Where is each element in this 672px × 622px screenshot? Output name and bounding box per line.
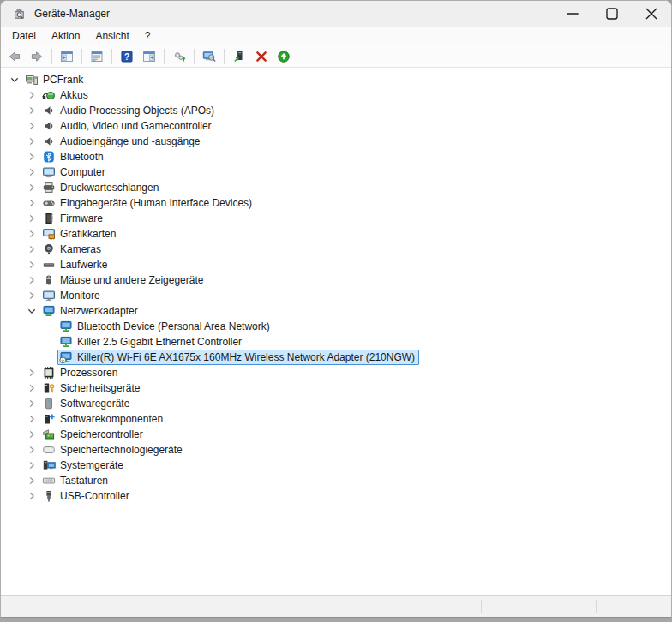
tree-item[interactable]: Firmware bbox=[1, 211, 671, 226]
enable-device-button[interactable] bbox=[273, 46, 295, 67]
cpu-icon bbox=[42, 366, 56, 380]
chevron-right-icon[interactable] bbox=[25, 227, 39, 241]
tree-item[interactable]: USB-Controller bbox=[1, 488, 671, 504]
tree-item[interactable]: Speichercontroller bbox=[1, 427, 671, 442]
tree-item[interactable]: Eingabegeräte (Human Interface Devices) bbox=[1, 195, 671, 211]
action-pane-icon bbox=[142, 50, 156, 63]
tree-item-label: Kameras bbox=[60, 242, 101, 256]
tree-item[interactable]: Softwaregeräte bbox=[1, 396, 671, 411]
chevron-right-icon[interactable] bbox=[25, 474, 39, 487]
close-button[interactable] bbox=[632, 1, 671, 27]
chevron-right-icon[interactable] bbox=[25, 366, 39, 380]
chevron-right-icon[interactable] bbox=[25, 258, 39, 272]
minimize-button[interactable] bbox=[553, 1, 592, 27]
bluetooth-icon bbox=[42, 150, 56, 164]
forward-button[interactable] bbox=[26, 46, 48, 67]
tree-item[interactable]: Audio, Video und Gamecontroller bbox=[1, 118, 671, 134]
help-button[interactable]: ? bbox=[116, 46, 138, 67]
tree-item[interactable]: Killer 2.5 Gigabit Ethernet Controller bbox=[1, 334, 671, 350]
action-pane-button[interactable] bbox=[138, 46, 160, 67]
tree-item-label: Tastaturen bbox=[60, 474, 108, 487]
chevron-right-icon[interactable] bbox=[25, 119, 39, 133]
tree-item[interactable]: Monitore bbox=[1, 288, 671, 303]
tree-item-label: Audio, Video und Gamecontroller bbox=[60, 119, 212, 133]
security-device-icon bbox=[42, 381, 56, 395]
system-device-icon bbox=[42, 458, 56, 472]
chevron-right-icon[interactable] bbox=[25, 181, 39, 194]
tree-item[interactable]: Netzwerkadapter bbox=[1, 303, 671, 319]
network-adapter-icon bbox=[42, 304, 56, 318]
tree-item-label: Sicherheitsgeräte bbox=[60, 381, 140, 395]
show-console-tree-button[interactable] bbox=[56, 46, 78, 67]
scan-hardware-button[interactable] bbox=[168, 46, 190, 67]
chevron-right-icon[interactable] bbox=[25, 212, 39, 225]
tree-item[interactable]: Audio Processing Objects (APOs) bbox=[1, 103, 671, 118]
properties-button[interactable] bbox=[86, 46, 108, 67]
chevron-right-icon[interactable] bbox=[25, 443, 39, 457]
keyboard-icon bbox=[42, 474, 56, 487]
tree-item-label: Systemgeräte bbox=[60, 458, 123, 472]
tree-item[interactable]: Systemgeräte bbox=[1, 458, 671, 473]
tree-item[interactable]: Audioeingänge und -ausgänge bbox=[1, 134, 671, 149]
tree-item-label: Mäuse und andere Zeigegeräte bbox=[60, 273, 203, 287]
network-adapter-icon bbox=[59, 320, 73, 333]
chevron-right-icon[interactable] bbox=[25, 165, 39, 179]
tree-item[interactable]: Kameras bbox=[1, 242, 671, 257]
tree-item[interactable]: Softwarekomponenten bbox=[1, 411, 671, 427]
chevron-right-icon[interactable] bbox=[25, 458, 39, 472]
minimize-icon bbox=[566, 7, 579, 21]
device-update-icon bbox=[232, 50, 246, 63]
chevron-right-icon[interactable] bbox=[25, 397, 39, 410]
chevron-right-icon[interactable] bbox=[25, 428, 39, 441]
menu-item-hilfe[interactable]: ? bbox=[137, 27, 159, 45]
chevron-right-icon[interactable] bbox=[25, 289, 39, 302]
chevron-right-icon[interactable] bbox=[25, 135, 39, 148]
computer-icon bbox=[25, 73, 39, 87]
tree-item-label: Audioeingänge und -ausgänge bbox=[60, 135, 200, 148]
maximize-button[interactable] bbox=[592, 1, 632, 27]
update-driver-button[interactable] bbox=[228, 46, 250, 67]
tree-item[interactable]: Akkus bbox=[1, 87, 671, 103]
chevron-down-icon[interactable] bbox=[8, 73, 21, 87]
tree-item[interactable]: Tastaturen bbox=[1, 473, 671, 488]
tree-item[interactable]: Grafikkarten bbox=[1, 226, 671, 242]
tree-item[interactable]: Prozessoren bbox=[1, 365, 671, 380]
speaker-icon bbox=[42, 104, 56, 117]
network-adapter-icon bbox=[59, 335, 73, 349]
menu-item-datei[interactable]: Datei bbox=[4, 27, 44, 45]
search-computer-button[interactable] bbox=[198, 46, 220, 67]
toolbar-separator bbox=[164, 49, 165, 64]
tree-item[interactable]: Druckwarteschlangen bbox=[1, 180, 671, 195]
menu-item-aktion[interactable]: Aktion bbox=[44, 27, 87, 45]
tree-item[interactable]: Computer bbox=[1, 164, 671, 180]
tree-item[interactable]: Bluetooth Device (Personal Area Network) bbox=[1, 319, 671, 334]
chevron-right-icon[interactable] bbox=[25, 489, 39, 503]
tree-item[interactable]: Killer(R) Wi-Fi 6E AX1675x 160MHz Wirele… bbox=[1, 350, 671, 365]
uninstall-device-button[interactable] bbox=[250, 46, 273, 67]
tree-item[interactable]: PCFrank bbox=[1, 72, 671, 87]
chevron-right-icon[interactable] bbox=[25, 104, 39, 117]
chevron-right-icon[interactable] bbox=[25, 196, 39, 210]
back-button[interactable] bbox=[3, 46, 26, 67]
speaker-icon bbox=[42, 135, 56, 148]
menu-item-ansicht[interactable]: Ansicht bbox=[87, 27, 136, 45]
tree-item[interactable]: Laufwerke bbox=[1, 257, 671, 272]
tree-item-label: Computer bbox=[60, 165, 105, 179]
computer-search-icon bbox=[202, 50, 216, 63]
chevron-right-icon[interactable] bbox=[25, 150, 39, 164]
tree-item[interactable]: Speichertechnologiegeräte bbox=[1, 442, 671, 458]
titlebar: Geräte-Manager bbox=[1, 1, 671, 27]
tree-item[interactable]: Bluetooth bbox=[1, 149, 671, 164]
chevron-down-icon[interactable] bbox=[25, 304, 39, 318]
chevron-right-icon[interactable] bbox=[25, 242, 39, 256]
chevron-right-icon[interactable] bbox=[25, 88, 39, 102]
tree-item-label: Monitore bbox=[60, 289, 100, 302]
statusbar bbox=[1, 595, 671, 617]
chevron-right-icon[interactable] bbox=[25, 273, 39, 287]
drive-icon bbox=[42, 258, 56, 272]
tree-item[interactable]: Sicherheitsgeräte bbox=[1, 380, 671, 396]
chevron-right-icon[interactable] bbox=[25, 412, 39, 426]
tree-item[interactable]: Mäuse und andere Zeigegeräte bbox=[1, 272, 671, 288]
svg-text:?: ? bbox=[124, 51, 129, 61]
chevron-right-icon[interactable] bbox=[25, 381, 39, 395]
